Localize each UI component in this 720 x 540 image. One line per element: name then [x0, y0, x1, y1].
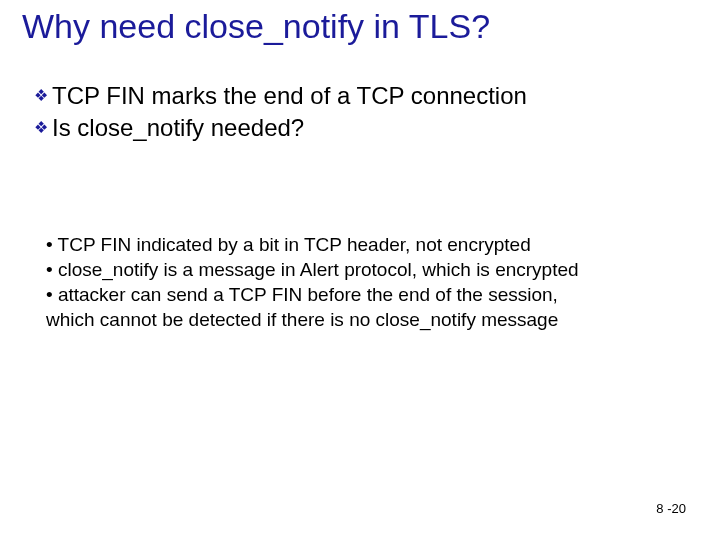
sub-bullet-list: • TCP FIN indicated by a bit in TCP head… [46, 232, 680, 332]
diamond-bullet-icon: ❖ [34, 117, 48, 139]
diamond-bullet-icon: ❖ [34, 85, 48, 107]
slide: Why need close_notify in TLS? ❖TCP FIN m… [0, 0, 720, 540]
bullet-text: Is close_notify needed? [52, 114, 304, 141]
sub-bullet-line: • close_notify is a message in Alert pro… [46, 257, 680, 282]
sub-bullet-line: • attacker can send a TCP FIN before the… [46, 282, 680, 307]
main-bullet-list: ❖TCP FIN marks the end of a TCP connecti… [34, 80, 690, 145]
slide-title: Why need close_notify in TLS? [22, 6, 700, 47]
bullet-text: TCP FIN marks the end of a TCP connectio… [52, 82, 527, 109]
page-number: 8 -20 [656, 501, 686, 516]
sub-bullet-line: which cannot be detected if there is no … [46, 307, 680, 332]
sub-bullet-line: • TCP FIN indicated by a bit in TCP head… [46, 232, 680, 257]
bullet-item: ❖TCP FIN marks the end of a TCP connecti… [34, 80, 690, 112]
bullet-item: ❖Is close_notify needed? [34, 112, 690, 144]
